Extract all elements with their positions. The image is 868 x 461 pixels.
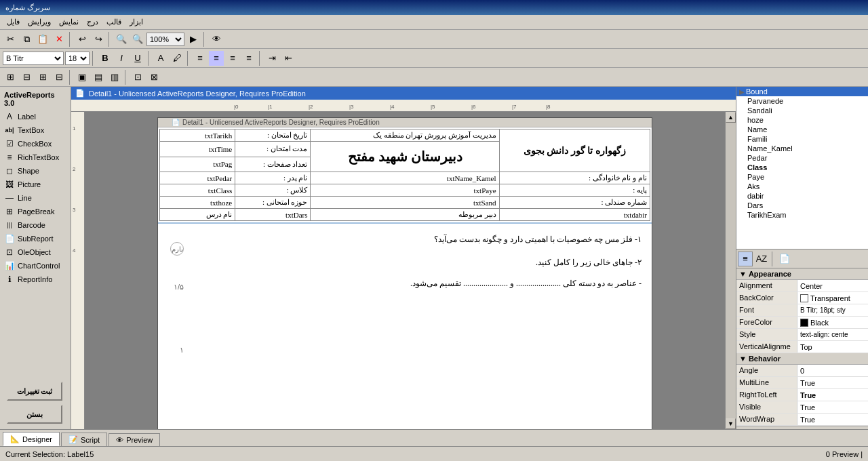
vertical-scrollbar[interactable]: ▲ ▼ xyxy=(725,112,736,429)
tool-line[interactable]: — Line xyxy=(1,191,69,205)
scroll-thumb[interactable] xyxy=(726,123,736,418)
bottom-tabs: 📐 Designer 📝 Script 👁 Preview xyxy=(0,429,868,446)
tree-item-tarikhexam[interactable]: TarikhExam xyxy=(736,210,868,220)
tool-label[interactable]: A Label xyxy=(1,110,69,123)
tb3-btn6[interactable]: ▤ xyxy=(91,70,106,85)
tree-item-dars[interactable]: Dars xyxy=(736,201,868,210)
tool-richtextbox[interactable]: ≡ RichTextBox xyxy=(1,151,69,164)
tree-item-sandali[interactable]: Sandali xyxy=(736,106,868,115)
font-name-select[interactable]: B Titr xyxy=(3,52,64,65)
bold-button[interactable]: B xyxy=(98,51,113,66)
copy-button[interactable]: ⧉ xyxy=(19,32,34,47)
menu-view[interactable]: نمایش xyxy=(55,16,83,28)
prop-alignment-value[interactable]: Center xyxy=(797,280,868,292)
behavior-section-header[interactable]: ▼ Behavior xyxy=(736,353,868,365)
tab-script[interactable]: 📝 Script xyxy=(61,433,107,446)
tb3-btn5[interactable]: ▣ xyxy=(75,70,90,85)
tool-picture[interactable]: 🖼 Picture xyxy=(1,178,69,191)
cut-button[interactable]: ✂ xyxy=(3,32,18,47)
band-label-text: Detail1 - Unlicensed ActiveReports Desig… xyxy=(182,119,380,126)
tree-item-namekamel[interactable]: Name_Kamel xyxy=(736,144,868,153)
tab-preview[interactable]: 👁 Preview xyxy=(108,433,160,446)
close-button[interactable]: بستن xyxy=(7,405,62,424)
tb3-btn3[interactable]: ⊞ xyxy=(35,70,50,85)
tree-item-bound[interactable]: ▶ Bound xyxy=(736,87,868,96)
tree-item-name[interactable]: Name xyxy=(736,125,868,134)
tree-item-famili[interactable]: Famili xyxy=(736,134,868,144)
tb3-btn7[interactable]: ▥ xyxy=(107,70,122,85)
save-changes-button[interactable]: ثبت تغییرات xyxy=(7,382,62,401)
prop-backcolor-value[interactable]: Transparent xyxy=(797,292,868,304)
italic-button[interactable]: I xyxy=(114,51,129,66)
props-pages-btn[interactable]: 📄 xyxy=(777,252,792,266)
align-left-btn[interactable]: ≡ xyxy=(193,51,208,66)
menu-insert[interactable]: درج xyxy=(83,16,102,28)
font-size-select[interactable]: 18 xyxy=(65,52,90,65)
prop-visible-value[interactable]: True xyxy=(797,401,868,413)
tree-item-parvanede[interactable]: Parvanede xyxy=(736,96,868,106)
tool-textbox[interactable]: ab| TextBox xyxy=(1,123,69,137)
tree-item-paye[interactable]: Paye xyxy=(736,172,868,182)
tb3-btn2[interactable]: ⊟ xyxy=(19,70,34,85)
prop-righttoleft-value[interactable]: True xyxy=(797,389,868,401)
menu-edit[interactable]: ویرایش xyxy=(24,16,55,28)
preview-btn[interactable]: 👁 xyxy=(209,32,224,47)
prop-verticalalign-value[interactable]: Top xyxy=(797,341,868,353)
prop-style-value[interactable]: text-align: cente xyxy=(797,329,868,340)
appearance-collapse-icon: ▼ xyxy=(739,270,747,278)
prop-wordwrap-value[interactable]: True xyxy=(797,414,868,425)
label-icon: A xyxy=(4,111,15,122)
align-justify-btn[interactable]: ≡ xyxy=(241,51,256,66)
props-categorized-btn[interactable]: ≡ xyxy=(738,252,753,266)
tool-checkbox[interactable]: ☑ CheckBox xyxy=(1,137,69,151)
props-alphabetical-btn[interactable]: AZ xyxy=(754,252,769,266)
zoom-apply-btn[interactable]: ▶ xyxy=(186,32,201,47)
outdent-btn[interactable]: ⇤ xyxy=(281,51,296,66)
tree-item-dabir[interactable]: dabir xyxy=(736,191,868,201)
font-color-btn[interactable]: A xyxy=(153,51,168,66)
tree-item-paye-label: Paye xyxy=(747,173,764,181)
tool-reportinfo[interactable]: ℹ ReportInfo xyxy=(1,273,69,286)
tool-barcode[interactable]: ||| Barcode xyxy=(1,218,69,232)
prop-font-value[interactable]: B Titr; 18pt; sty xyxy=(797,304,868,316)
menu-format[interactable]: قالب xyxy=(102,16,125,28)
scroll-down-btn[interactable]: ▼ xyxy=(726,418,736,429)
tree-item-pedar[interactable]: Pedar xyxy=(736,153,868,163)
prop-multiline-value[interactable]: True xyxy=(797,377,868,388)
prop-angle-value[interactable]: 0 xyxy=(797,365,868,376)
menu-file[interactable]: فایل xyxy=(3,16,24,28)
prop-forecolor-value[interactable]: Black xyxy=(797,317,868,328)
scroll-up-btn[interactable]: ▲ xyxy=(726,112,736,123)
tab-designer[interactable]: 📐 Designer xyxy=(3,432,60,446)
underline-button[interactable]: U xyxy=(130,51,145,66)
tb3-btn9[interactable]: ⊠ xyxy=(146,70,161,85)
zoom-out-btn[interactable]: 🔍 xyxy=(114,32,129,47)
zoom-select[interactable]: 100% xyxy=(146,33,184,46)
tb3-btn4[interactable]: ⊟ xyxy=(52,70,66,85)
tool-pagebreak[interactable]: ⊞ PageBreak xyxy=(1,205,69,218)
indent-btn[interactable]: ⇥ xyxy=(264,51,279,66)
tb3-btn8[interactable]: ⊡ xyxy=(130,70,145,85)
undo-button[interactable]: ↩ xyxy=(75,32,90,47)
delete-button[interactable]: ✕ xyxy=(52,32,66,47)
properties-tree[interactable]: ▶ Bound Parvanede Sandali hoze Name Fami… xyxy=(736,87,868,249)
menu-tools[interactable]: ابزار xyxy=(125,16,147,28)
zoom-in-btn[interactable]: 🔍 xyxy=(130,32,145,47)
align-right-btn[interactable]: ≡ xyxy=(225,51,240,66)
appearance-section-header[interactable]: ▼ Appearance xyxy=(736,268,868,280)
tool-oleobject[interactable]: ⊡ OleObject xyxy=(1,245,69,259)
highlight-btn[interactable]: 🖊 xyxy=(170,51,184,66)
sandali-field-cell: txtSand xyxy=(311,197,499,209)
tree-item-hoze[interactable]: hoze xyxy=(736,115,868,125)
tool-subreport[interactable]: 📄 SubReport xyxy=(1,232,69,245)
tool-shape[interactable]: ◻ Shape xyxy=(1,164,69,178)
align-center-btn[interactable]: ≡ xyxy=(209,51,224,66)
tree-item-class[interactable]: Class xyxy=(736,163,868,172)
canvas-scroll[interactable]: 📄 Detail1 - Unlicensed ActiveReports Des… xyxy=(85,112,725,429)
redo-button[interactable]: ↪ xyxy=(91,32,106,47)
sep8 xyxy=(69,70,72,85)
tb3-btn1[interactable]: ⊞ xyxy=(3,70,18,85)
tool-chartcontrol[interactable]: 📊 ChartControl xyxy=(1,259,69,273)
tree-item-aks[interactable]: Aks xyxy=(736,182,868,191)
paste-button[interactable]: 📋 xyxy=(35,32,50,47)
